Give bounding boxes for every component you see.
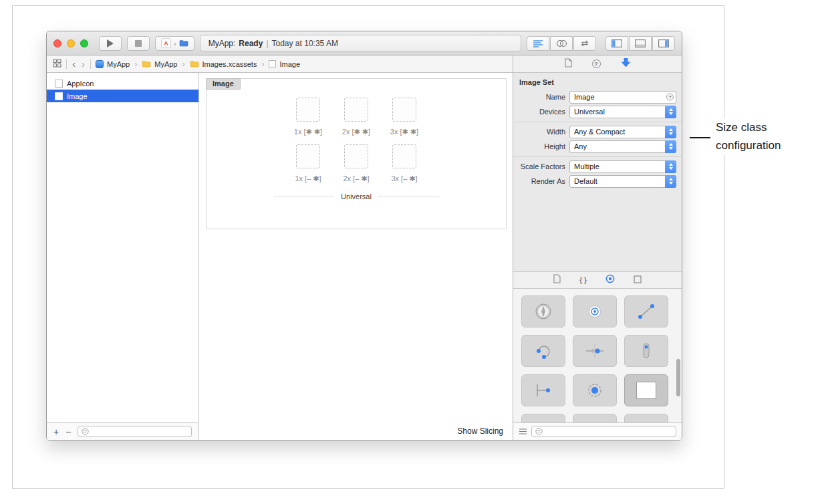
standard-editor-button[interactable] xyxy=(527,36,549,51)
library-item[interactable] xyxy=(573,414,617,422)
line-endpoints-icon xyxy=(632,301,661,322)
assistant-editor-icon xyxy=(556,39,567,47)
library-filter-field[interactable] xyxy=(531,426,676,437)
toggle-utilities-button[interactable] xyxy=(652,36,675,51)
image-well[interactable] xyxy=(392,144,416,168)
width-popup[interactable]: Any & Compact xyxy=(569,126,676,138)
version-editor-icon: ⇄ xyxy=(581,39,589,47)
remove-asset-button[interactable]: − xyxy=(65,427,71,436)
image-set-icon xyxy=(55,80,63,88)
editor-bottom-bar: Show Slicing xyxy=(199,422,513,440)
sidebar-item[interactable]: Image xyxy=(47,90,198,102)
forward-button[interactable]: › xyxy=(81,59,86,69)
divider xyxy=(90,59,91,69)
file-inspector-tab[interactable] xyxy=(565,58,572,70)
inspector-empty-area xyxy=(513,191,682,272)
image-slot[interactable]: 2x [✱ ✱] xyxy=(335,98,378,136)
back-button[interactable]: ‹ xyxy=(72,59,76,69)
library-item[interactable] xyxy=(624,414,668,422)
devices-popup[interactable]: Universal xyxy=(569,106,676,118)
name-menu-button[interactable] xyxy=(666,93,674,100)
toggle-navigator-button[interactable] xyxy=(605,36,628,51)
compass-icon xyxy=(529,301,558,322)
library-item[interactable] xyxy=(573,374,617,406)
image-well[interactable] xyxy=(296,144,320,168)
render-as-popup[interactable]: Default xyxy=(569,175,676,188)
library-view-mode-button[interactable] xyxy=(519,426,527,438)
image-slot[interactable]: 1x [✱ ✱] xyxy=(287,98,329,136)
breadcrumb-item-project[interactable]: MyApp xyxy=(96,60,130,68)
form-row-width: Width Any & Compact xyxy=(513,126,676,138)
chevron-right-icon: › xyxy=(174,39,176,47)
slot-row: 1x [✱ ✱] 2x [✱ ✱] xyxy=(287,98,426,136)
breadcrumb-label: Image xyxy=(279,60,300,68)
breadcrumb-label: MyApp xyxy=(107,60,130,68)
close-button[interactable] xyxy=(53,39,61,47)
sidebar-item[interactable]: AppIcon xyxy=(47,77,198,90)
field-label: Scale Factors xyxy=(513,162,565,170)
code-snippet-library-tab[interactable]: { } xyxy=(579,277,587,284)
slot-label: 3x [✱ ✱] xyxy=(390,128,418,136)
breadcrumb-item-xcassets[interactable]: Images.xcassets xyxy=(190,60,257,68)
popup-value: Any xyxy=(570,141,676,152)
image-slot[interactable]: 2x [– ✱] xyxy=(335,144,378,183)
field-label: Name xyxy=(513,93,565,101)
sidebar-filter-input[interactable] xyxy=(92,428,188,435)
breadcrumb-item-image[interactable]: Image xyxy=(269,60,300,68)
library-item[interactable] xyxy=(624,374,668,406)
assistant-editor-button[interactable] xyxy=(550,36,573,51)
run-button[interactable] xyxy=(99,36,122,51)
library-tab-bar: { } xyxy=(513,271,682,289)
quick-help-tab[interactable]: ? xyxy=(592,59,601,68)
show-slicing-button[interactable]: Show Slicing xyxy=(457,426,503,436)
media-library-tab[interactable] xyxy=(605,274,615,286)
name-field[interactable] xyxy=(569,91,676,104)
image-well[interactable] xyxy=(344,98,368,122)
library-filter-input[interactable] xyxy=(545,428,672,435)
figure-frame: A › MyApp: Ready | Today at 10:35 AM xyxy=(12,5,724,489)
height-popup[interactable]: Any xyxy=(569,140,676,153)
file-template-library-tab[interactable] xyxy=(553,274,561,286)
scrollbar-thumb[interactable] xyxy=(676,359,680,396)
file-icon xyxy=(565,58,572,68)
stop-button[interactable] xyxy=(127,36,150,51)
app-icon: A xyxy=(161,38,171,48)
destination-icon xyxy=(179,39,188,47)
library-item[interactable] xyxy=(521,414,565,422)
library-item[interactable] xyxy=(521,374,565,406)
library-item[interactable] xyxy=(573,295,617,328)
image-well[interactable] xyxy=(344,144,368,168)
image-set-card: Image 1x [✱ ✱] xyxy=(206,78,507,229)
main-column: ‹ › MyApp › MyApp › xyxy=(47,55,513,440)
object-library-tab[interactable] xyxy=(634,274,642,286)
zoom-button[interactable] xyxy=(80,39,88,47)
add-asset-button[interactable]: + xyxy=(53,427,59,436)
minimize-button[interactable] xyxy=(67,39,75,47)
toggle-debug-area-button[interactable] xyxy=(629,36,652,51)
image-slot[interactable]: 3x [✱ ✱] xyxy=(383,98,426,136)
library-item[interactable] xyxy=(624,295,668,328)
image-slot[interactable]: 1x [– ✱] xyxy=(287,144,329,183)
scale-factors-popup[interactable]: Multiple xyxy=(569,160,676,173)
toolbar: A › MyApp: Ready | Today at 10:35 AM xyxy=(47,31,682,55)
library-item[interactable] xyxy=(521,335,565,367)
library-item[interactable] xyxy=(573,335,617,367)
status-time: Today at 10:35 AM xyxy=(272,39,338,48)
attributes-inspector-tab[interactable] xyxy=(621,58,631,70)
attributes-inspector-icon xyxy=(621,58,631,68)
divider xyxy=(66,59,67,69)
separator xyxy=(513,156,682,157)
version-editor-button[interactable]: ⇄ xyxy=(573,36,596,51)
image-well[interactable] xyxy=(296,98,320,122)
breadcrumb-item-group[interactable]: MyApp xyxy=(142,60,177,68)
related-items-button[interactable] xyxy=(53,59,61,69)
image-slot[interactable]: 3x [– ✱] xyxy=(383,144,426,183)
sidebar-filter-field[interactable] xyxy=(78,426,192,437)
chevron-down-icon xyxy=(669,96,672,98)
scheme-selector[interactable]: A › xyxy=(155,36,194,51)
stop-icon xyxy=(135,40,142,47)
library-item[interactable] xyxy=(521,295,565,328)
library-item[interactable] xyxy=(624,335,668,367)
image-well[interactable] xyxy=(392,98,416,122)
slot-label: 1x [✱ ✱] xyxy=(294,128,322,136)
